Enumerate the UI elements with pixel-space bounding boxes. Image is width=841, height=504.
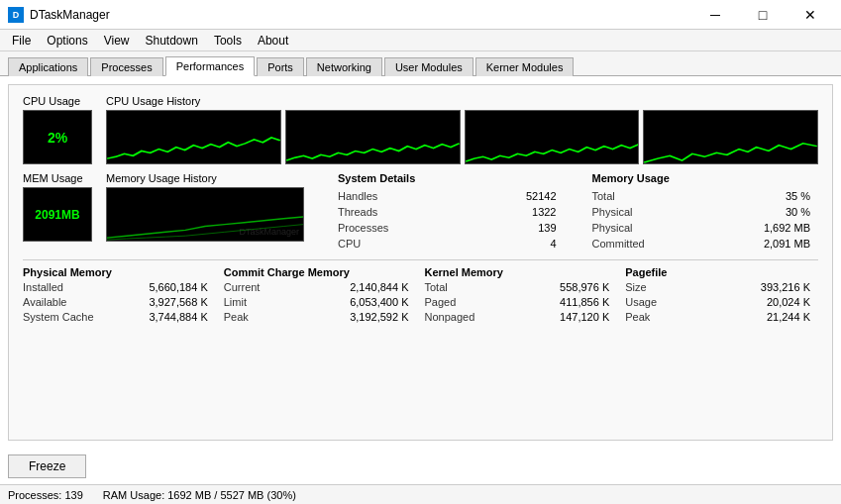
mem-usage-label: MEM Usage: [23, 172, 83, 184]
tab-performances[interactable]: Performances: [165, 56, 255, 76]
mem-history-graph: DTaskManager: [106, 187, 304, 242]
status-processes: Processes: 139: [8, 489, 83, 501]
mem-value: 2091MB: [35, 208, 79, 222]
threads-row: Threads 1322: [338, 204, 557, 220]
stats-row: Physical Memory Installed 5,660,184 K Av…: [23, 259, 818, 325]
app-title: DTaskManager: [30, 8, 692, 22]
mem-total-row: Total 35 %: [592, 188, 811, 204]
cpu-usage-label: CPU Usage: [23, 95, 80, 107]
mem-row: MEM Usage 2091MB Memory Usage History DT…: [23, 172, 818, 252]
cpu-row: CPU Usage 2% CPU Usage History: [23, 95, 818, 164]
close-button[interactable]: ✕: [788, 0, 833, 30]
window-controls: ─ □ ✕: [692, 0, 833, 30]
paged-row: Paged 411,856 K: [425, 295, 610, 310]
menubar: File Options View Shutdown Tools About: [0, 30, 841, 51]
memory-usage-details: Memory Usage Total 35 % Physical 30 % Ph…: [584, 172, 819, 252]
commit-charge-title: Commit Charge Memory: [224, 266, 409, 278]
cpu-graph-1: [106, 110, 281, 164]
system-details-title: System Details: [338, 172, 557, 184]
current-row: Current 2,140,844 K: [224, 280, 409, 295]
tab-networking[interactable]: Networking: [306, 57, 382, 76]
kernel-total-row: Total 558,976 K: [425, 280, 610, 295]
commit-charge-stats: Commit Charge Memory Current 2,140,844 K…: [216, 266, 417, 325]
status-ram: RAM Usage: 1692 MB / 5527 MB (30%): [103, 489, 296, 501]
cpu-graph-2: [285, 110, 461, 164]
nonpaged-row: Nonpaged 147,120 K: [425, 310, 610, 325]
statusbar: Processes: 139 RAM Usage: 1692 MB / 5527…: [0, 484, 841, 504]
main-content: CPU Usage 2% CPU Usage History: [0, 76, 841, 449]
system-cache-row: System Cache 3,744,884 K: [23, 310, 208, 325]
cpu-gauge: 2%: [23, 110, 92, 164]
tab-ports[interactable]: Ports: [257, 57, 304, 76]
performance-panel: CPU Usage 2% CPU Usage History: [8, 84, 833, 441]
pagefile-usage-row: Usage 20,024 K: [625, 295, 810, 310]
mem-gauge-block: MEM Usage 2091MB: [23, 172, 92, 242]
pagefile-peak-row: Peak 21,244 K: [625, 310, 810, 325]
cpu-history-graphs: [106, 110, 818, 164]
pagefile-title: Pagefile: [625, 266, 810, 278]
menu-options[interactable]: Options: [39, 32, 95, 50]
menu-view[interactable]: View: [96, 32, 138, 50]
minimize-button[interactable]: ─: [692, 0, 738, 30]
installed-row: Installed 5,660,184 K: [23, 280, 208, 295]
kernel-memory-title: Kernel Memory: [425, 266, 610, 278]
details-area: System Details Handles 52142 Threads 132…: [318, 172, 818, 252]
tab-processes[interactable]: Processes: [90, 57, 162, 76]
freeze-button[interactable]: Freeze: [8, 454, 86, 478]
pagefile-size-row: Size 393,216 K: [625, 280, 810, 295]
processes-row: Processes 139: [338, 220, 557, 236]
pagefile-stats: Pagefile Size 393,216 K Usage 20,024 K P…: [617, 266, 818, 325]
tabbar: Applications Processes Performances Port…: [0, 51, 841, 76]
menu-about[interactable]: About: [250, 32, 296, 50]
cpu-history-label: CPU Usage History: [106, 95, 818, 107]
physical-memory-title: Physical Memory: [23, 266, 208, 278]
tab-applications[interactable]: Applications: [8, 57, 88, 76]
available-row: Available 3,927,568 K: [23, 295, 208, 310]
cpu-history-block: CPU Usage History: [106, 95, 818, 164]
tab-user-modules[interactable]: User Modules: [384, 57, 473, 76]
mem-history-label: Memory Usage History: [106, 172, 217, 184]
cpu-graph-3: [465, 110, 640, 164]
memory-usage-title: Memory Usage: [592, 172, 811, 184]
mem-physical-mb-row: Physical 1,692 MB: [592, 220, 811, 236]
mem-gauge: 2091MB: [23, 187, 92, 242]
button-area: Freeze: [0, 449, 841, 484]
app-icon: D: [8, 7, 24, 23]
handles-row: Handles 52142: [338, 188, 557, 204]
mem-history-block: Memory Usage History DTaskManager: [106, 172, 304, 242]
menu-file[interactable]: File: [4, 32, 39, 50]
mem-committed-row: Committed 2,091 MB: [592, 236, 811, 252]
kernel-memory-stats: Kernel Memory Total 558,976 K Paged 411,…: [417, 266, 618, 325]
cpu-gauge-block: CPU Usage 2%: [23, 95, 92, 164]
tab-kerner-modules[interactable]: Kerner Modules: [475, 57, 575, 76]
cpu-graph-4: [643, 110, 818, 164]
titlebar: D DTaskManager ─ □ ✕: [0, 0, 841, 30]
cpu-value: 2%: [48, 130, 67, 146]
peak-commit-row: Peak 3,192,592 K: [224, 310, 409, 325]
mem-physical-pct-row: Physical 30 %: [592, 204, 811, 220]
maximize-button[interactable]: □: [740, 0, 786, 30]
limit-row: Limit 6,053,400 K: [224, 295, 409, 310]
cpu-row-detail: CPU 4: [338, 236, 557, 252]
physical-memory-stats: Physical Memory Installed 5,660,184 K Av…: [23, 266, 216, 325]
system-details: System Details Handles 52142 Threads 132…: [338, 172, 565, 252]
menu-shutdown[interactable]: Shutdown: [138, 32, 206, 50]
menu-tools[interactable]: Tools: [206, 32, 250, 50]
